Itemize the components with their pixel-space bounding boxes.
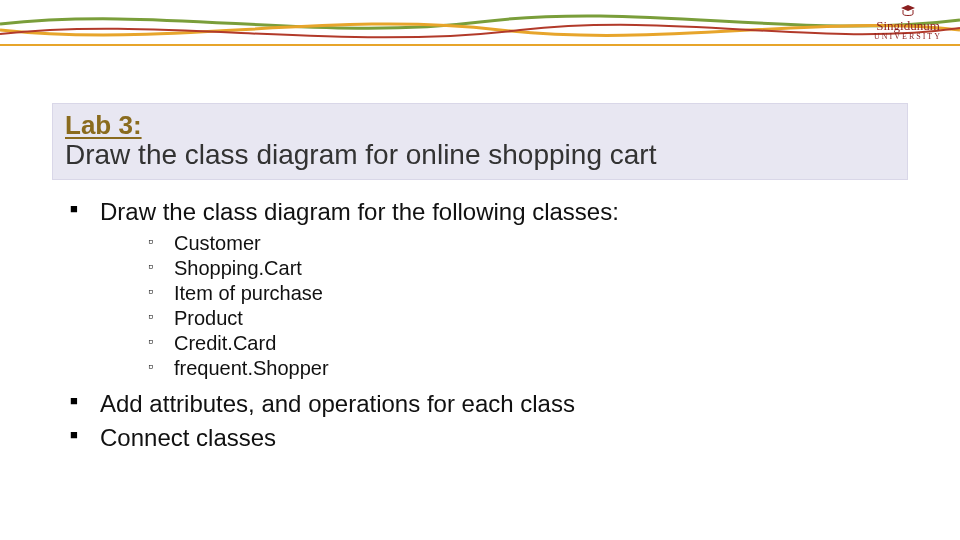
sub-bullet: Shopping.Cart (148, 257, 619, 280)
bullet-item: Connect classes (70, 424, 619, 452)
title-box: Lab 3: Draw the class diagram for online… (52, 103, 908, 180)
sub-bullet: Item of purchase (148, 282, 619, 305)
sub-bullet: Credit.Card (148, 332, 619, 355)
logo-name: Singidunum (874, 19, 942, 33)
bullet-text: Add attributes, and operations for each … (100, 390, 575, 417)
crest-icon (899, 4, 917, 18)
university-logo: Singidunum UNIVERSITY (874, 4, 942, 42)
slide-content: Draw the class diagram for the following… (70, 198, 619, 458)
logo-subtitle: UNIVERSITY (874, 33, 942, 42)
header-waves (0, 0, 960, 60)
sub-bullet: frequent.Shopper (148, 357, 619, 380)
sub-bullet: Customer (148, 232, 619, 255)
bullet-text: Connect classes (100, 424, 276, 451)
lab-label: Lab 3: (65, 110, 895, 141)
bullet-text: Draw the class diagram for the following… (100, 198, 619, 225)
slide-subtitle: Draw the class diagram for online shoppi… (65, 139, 895, 171)
bullet-item: Add attributes, and operations for each … (70, 390, 619, 418)
bullet-item: Draw the class diagram for the following… (70, 198, 619, 380)
sub-bullet: Product (148, 307, 619, 330)
